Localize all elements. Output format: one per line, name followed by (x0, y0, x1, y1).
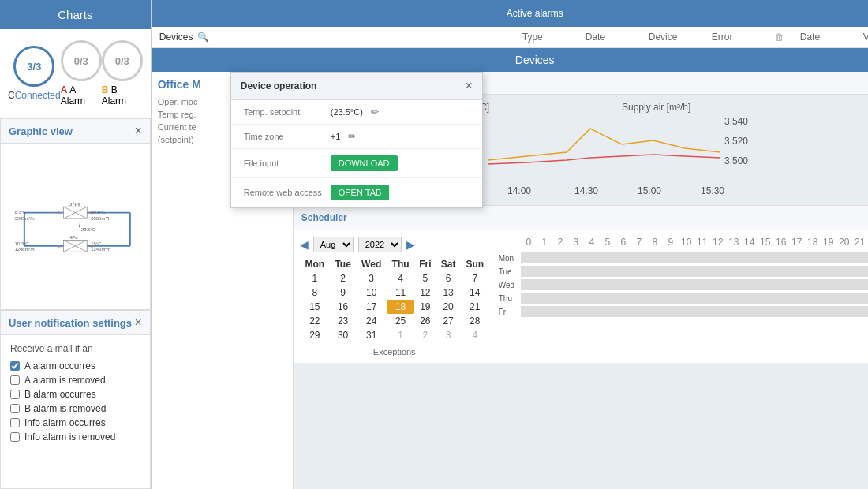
svg-text:14:00: 14:00 (507, 185, 531, 196)
schedule-friday: Fri (499, 306, 868, 317)
file-input-label: File input (244, 159, 323, 168)
cal-prev-button[interactable]: ◀ (300, 238, 309, 251)
cal-day[interactable]: 19 (414, 300, 436, 314)
svg-text:3505m³/h: 3505m³/h (14, 216, 34, 221)
cal-day[interactable]: 30 (330, 328, 356, 342)
exceptions-label: Exceptions (300, 347, 489, 356)
graphic-area: 8.3°C 19.8°C 3505m³/h 37Pa 3505m³/h 🌡 23… (1, 144, 150, 309)
device-operation-header: Device operation × (231, 73, 482, 100)
temp-setpoint-edit-icon[interactable]: ✏ (371, 106, 379, 118)
delete-col-icon[interactable]: 🗑 (775, 32, 784, 43)
connected-label: CConnected (8, 90, 61, 101)
schedule-thursday: Thu (499, 293, 868, 304)
thursday-blocks (521, 293, 868, 304)
checkbox-b-alarm-input[interactable] (10, 390, 20, 399)
svg-text:15°C: 15°C (91, 241, 102, 246)
cal-day[interactable]: 7 (461, 271, 489, 286)
temp-setpoint-value: (23.5°C) (331, 107, 363, 117)
cal-day[interactable]: 6 (436, 271, 461, 286)
svg-text:3,500: 3,500 (724, 155, 748, 166)
cal-day-other[interactable]: 3 (436, 328, 461, 342)
svg-text:15:30: 15:30 (701, 185, 724, 196)
cal-day[interactable]: 28 (461, 314, 489, 328)
friday-label: Fri (499, 308, 521, 316)
cal-day[interactable]: 4 (387, 271, 414, 286)
schedule-monday: Mon (499, 252, 868, 263)
cal-header-sun: Sun (461, 257, 489, 271)
cal-day[interactable]: 12 (414, 286, 436, 300)
svg-text:Supply air [m³/h]: Supply air [m³/h] (622, 102, 690, 113)
graphic-view-title: Graphic view (9, 125, 73, 137)
cal-day[interactable]: 23 (330, 314, 356, 328)
svg-text:3505m³/h: 3505m³/h (91, 216, 110, 221)
cal-day[interactable]: 22 (300, 314, 330, 328)
cal-day[interactable]: 21 (461, 300, 489, 314)
calendar-grid: Mon Tue Wed Thu Fri Sat Sun (300, 257, 489, 342)
hours-row: 0 1 2 3 4 5 6 7 8 9 10 1 (521, 237, 868, 248)
cal-day[interactable]: 1 (300, 271, 330, 286)
left-panel: Charts 3/3 CConnected 0/3 A A Alarm 0/3 … (0, 0, 152, 489)
timezone-edit-icon[interactable]: ✏ (348, 131, 356, 142)
cal-day[interactable]: 24 (356, 314, 387, 328)
alarm-a-label: A A Alarm (61, 84, 102, 106)
cal-day[interactable]: 8 (300, 286, 330, 300)
checkbox-b-alarm: B alarm occurres (10, 389, 140, 400)
notification-content: Receive a mail if an A alarm occurres A … (1, 335, 150, 454)
checkbox-info-alarm-input[interactable] (10, 418, 20, 427)
checkbox-info-alarm-label: Info alarm occurres (24, 417, 106, 428)
checkbox-b-removed-input[interactable] (10, 404, 20, 413)
svg-text:10.3°C: 10.3°C (14, 241, 29, 246)
cal-day[interactable]: 17 (356, 300, 387, 314)
cal-day[interactable]: 14 (461, 286, 489, 300)
pipe-diagram: 8.3°C 19.8°C 3505m³/h 37Pa 3505m³/h 🌡 23… (9, 151, 142, 301)
wednesday-blocks (521, 279, 868, 290)
cal-day[interactable]: 5 (414, 271, 436, 286)
col-value: Value (863, 32, 868, 43)
checkbox-info-removed-input[interactable] (10, 432, 20, 442)
download-button[interactable]: DOWNLOAD (331, 155, 398, 171)
cal-next-button[interactable]: ▶ (406, 238, 415, 251)
cal-day[interactable]: 27 (436, 314, 461, 328)
checkbox-a-alarm-label: A alarm occurres (24, 360, 95, 371)
timezone-row: Time zone +1 ✏ (231, 125, 482, 149)
connected-status: 3/3 CConnected (8, 46, 61, 101)
cal-day[interactable]: 11 (387, 286, 414, 300)
cal-day[interactable]: 2 (330, 271, 356, 286)
cal-day[interactable]: 15 (300, 300, 330, 314)
cal-day[interactable]: 10 (356, 286, 387, 300)
cal-day[interactable]: 20 (436, 300, 461, 314)
calendar-nav: ◀ AugJanFebMar AprMayJunJul SepOctNovDec… (300, 237, 489, 252)
checkbox-info-removed: Info alarm is removed (10, 431, 140, 442)
cal-day[interactable]: 26 (414, 314, 436, 328)
timezone-value: +1 (331, 132, 341, 141)
checkbox-a-alarm: A alarm occurres (10, 360, 140, 371)
device-operation-popup: Device operation × Temp. setpoint (23.5°… (230, 72, 483, 208)
cal-day[interactable]: 29 (300, 328, 330, 342)
open-tab-button[interactable]: OPEN TAB (331, 185, 390, 200)
search-icon[interactable]: 🔍 (197, 32, 209, 43)
cal-day[interactable]: 25 (387, 314, 414, 328)
schedule-edit-row: 0 1 2 3 4 5 6 7 8 9 10 1 (499, 237, 868, 249)
svg-marker-7 (58, 211, 63, 214)
cal-day[interactable]: 3 (356, 271, 387, 286)
calendar: ◀ AugJanFebMar AprMayJunJul SepOctNovDec… (300, 237, 489, 356)
cal-day[interactable]: 16 (330, 300, 356, 314)
cal-day[interactable]: 9 (330, 286, 356, 300)
checkbox-a-alarm-input[interactable] (10, 361, 20, 371)
graphic-view-close[interactable]: × (134, 124, 141, 138)
month-select[interactable]: AugJanFebMar AprMayJunJul SepOctNovDec (313, 237, 354, 252)
schedule-tuesday: Tue (499, 266, 868, 277)
cal-day[interactable]: 13 (436, 286, 461, 300)
svg-text:19.8°C: 19.8°C (91, 210, 106, 215)
cal-day[interactable]: 31 (356, 328, 387, 342)
cal-day-today[interactable]: 18 (387, 300, 414, 314)
remote-access-row: Remote web access OPEN TAB (231, 178, 482, 207)
cal-day-other[interactable]: 2 (414, 328, 436, 342)
year-select[interactable]: 202220212023 (358, 237, 402, 252)
remote-access-label: Remote web access (244, 188, 323, 197)
checkbox-a-removed-input[interactable] (10, 375, 20, 385)
notification-close[interactable]: × (134, 315, 141, 330)
device-operation-close[interactable]: × (465, 79, 472, 93)
cal-day-other[interactable]: 1 (387, 328, 414, 342)
cal-day-other[interactable]: 4 (461, 328, 489, 342)
